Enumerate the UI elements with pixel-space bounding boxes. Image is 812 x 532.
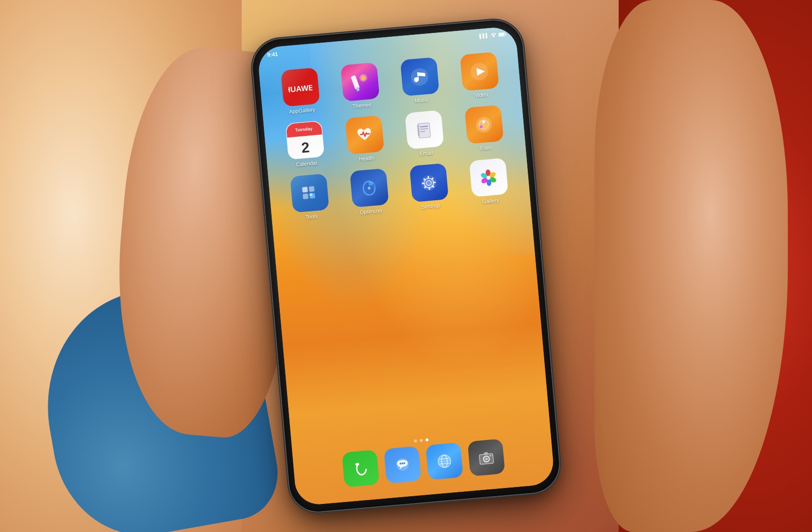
phone-screen: 9:41 ▌▌▌ xyxy=(257,26,555,506)
video-icon xyxy=(460,52,499,91)
svg-line-17 xyxy=(420,131,425,132)
email-label: Email xyxy=(420,149,433,156)
dock-app-camera[interactable] xyxy=(467,439,505,476)
dock-messages-icon xyxy=(383,446,421,484)
wifi-icon xyxy=(491,32,497,38)
signal-icon: ▌▌▌ xyxy=(479,33,489,39)
app-gallery[interactable]: Gallery xyxy=(460,157,519,207)
apps-grid: HUAWEI AppGallery Themes xyxy=(259,45,531,227)
dock-app-messages[interactable] xyxy=(383,446,421,484)
app-email[interactable]: Email xyxy=(395,109,454,159)
gallery-icon xyxy=(469,158,508,197)
dock-app-browser[interactable] xyxy=(425,443,463,480)
optimizer-icon xyxy=(349,168,389,207)
tools-icon xyxy=(290,174,329,213)
settings-icon xyxy=(409,163,449,202)
music-icon xyxy=(400,57,439,96)
files-label: Files xyxy=(480,145,492,151)
app-calendar[interactable]: Tuesday 2 Calendar xyxy=(276,119,334,169)
calendar-icon: Tuesday 2 xyxy=(285,120,324,160)
video-label: Video xyxy=(474,91,488,98)
optimizer-label: Optimizer xyxy=(360,207,383,215)
app-settings[interactable]: Settings xyxy=(400,162,459,211)
svg-line-15 xyxy=(420,126,428,126)
page-dot-1 xyxy=(414,439,417,443)
calendar-header: Tuesday xyxy=(286,121,322,137)
hand-right xyxy=(594,0,788,532)
music-label: Music xyxy=(414,97,429,103)
svg-point-34 xyxy=(426,180,432,185)
svg-rect-25 xyxy=(309,186,315,192)
appgallery-label: AppGallery xyxy=(289,106,316,115)
app-music[interactable]: Music xyxy=(391,56,450,105)
app-optimizer[interactable]: Optimizer xyxy=(340,167,399,217)
svg-point-9 xyxy=(410,67,429,86)
dock-phone-icon xyxy=(342,450,379,488)
dock-browser-icon xyxy=(425,443,463,480)
email-icon xyxy=(405,110,444,149)
app-themes[interactable]: Themes xyxy=(331,61,390,111)
app-tools[interactable]: Tools xyxy=(280,173,339,222)
dock-camera-icon xyxy=(467,439,505,476)
app-appgallery[interactable]: HUAWEI AppGallery xyxy=(271,67,330,116)
calendar-label: Calendar xyxy=(296,160,318,167)
svg-rect-26 xyxy=(303,193,308,199)
settings-label: Settings xyxy=(421,202,441,209)
svg-line-42 xyxy=(433,186,434,187)
phone-wrapper: 9:41 ▌▌▌ xyxy=(250,18,561,514)
appgallery-icon: HUAWEI xyxy=(280,68,319,107)
svg-text:HUAWEI: HUAWEI xyxy=(287,83,313,94)
page-dot-2 xyxy=(420,439,423,442)
svg-rect-24 xyxy=(302,187,308,192)
calendar-day-name: Tuesday xyxy=(295,126,313,133)
gallery-label: Gallery xyxy=(482,197,499,205)
themes-icon xyxy=(340,62,379,102)
page-dot-3 xyxy=(425,438,429,442)
calendar-day-number: 2 xyxy=(287,139,323,156)
themes-label: Themes xyxy=(352,102,372,109)
app-health[interactable]: Health xyxy=(335,115,394,164)
svg-line-41 xyxy=(425,186,426,187)
svg-line-39 xyxy=(424,178,425,179)
files-icon xyxy=(464,105,503,144)
battery-icon xyxy=(498,32,507,37)
svg-line-40 xyxy=(432,178,433,179)
app-files[interactable]: Files xyxy=(455,104,514,153)
health-icon xyxy=(345,115,384,154)
status-time: 9:41 xyxy=(267,51,278,58)
svg-rect-3 xyxy=(499,33,504,36)
svg-rect-14 xyxy=(418,122,431,138)
tools-label: Tools xyxy=(305,213,318,220)
health-label: Health xyxy=(359,155,375,162)
app-video[interactable]: Video xyxy=(450,51,509,100)
status-icons: ▌▌▌ xyxy=(479,31,507,39)
dock-app-phone[interactable] xyxy=(342,450,379,488)
